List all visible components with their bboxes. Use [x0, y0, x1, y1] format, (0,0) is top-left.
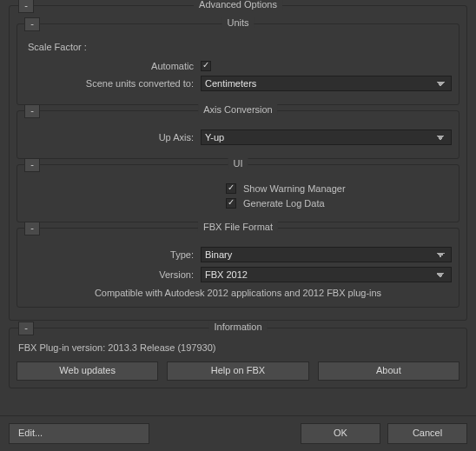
advanced-options-title: Advanced Options — [194, 0, 282, 10]
ui-title: UI — [228, 158, 248, 169]
fbx-title: FBX File Format — [198, 222, 278, 232]
automatic-checkbox[interactable] — [201, 61, 211, 71]
version-label: Version: — [24, 269, 201, 280]
scene-units-dropdown[interactable]: Centimeters — [201, 76, 452, 91]
fbx-collapse-btn[interactable]: - — [24, 222, 40, 235]
scene-units-label: Scene units converted to: — [24, 78, 201, 89]
information-title: Information — [208, 322, 267, 332]
ui-group: UI - Show Warning Manager Generate Log D… — [17, 164, 459, 222]
up-axis-dropdown[interactable]: Y-up — [201, 129, 452, 145]
units-collapse-btn[interactable]: - — [24, 17, 40, 31]
up-axis-label: Up Axis: — [24, 132, 201, 143]
bottom-bar: Edit... OK Cancel — [0, 415, 476, 451]
axis-conversion-group: Axis Conversion - Up Axis: Y-up — [17, 110, 459, 159]
type-dropdown[interactable]: Binary — [201, 247, 452, 262]
information-collapse-btn[interactable]: - — [18, 322, 34, 335]
generate-log-checkbox[interactable] — [226, 198, 236, 209]
web-updates-button[interactable]: Web updates — [17, 361, 158, 381]
fbx-format-group: FBX File Format - Type: Binary Version: … — [17, 228, 459, 308]
ui-collapse-btn[interactable]: - — [24, 158, 40, 172]
version-dropdown[interactable]: FBX 2012 — [201, 267, 452, 282]
cancel-button[interactable]: Cancel — [387, 423, 467, 444]
show-warning-checkbox[interactable] — [226, 183, 236, 194]
axis-title: Axis Conversion — [198, 104, 277, 115]
compat-note: Compatible with Autodesk 2012 applicatio… — [24, 288, 452, 298]
help-button[interactable]: Help on FBX — [167, 361, 308, 381]
generate-log-label: Generate Log Data — [243, 198, 325, 209]
information-group: Information - FBX Plug-in version: 2013.… — [9, 328, 467, 388]
units-group: Units - Scale Factor : Automatic Scene u… — [17, 23, 459, 105]
show-warning-label: Show Warning Manager — [243, 183, 346, 194]
units-title: Units — [221, 17, 254, 28]
ok-button[interactable]: OK — [301, 423, 380, 444]
automatic-label: Automatic — [24, 61, 201, 71]
axis-collapse-btn[interactable]: - — [24, 104, 40, 118]
edit-button[interactable]: Edit... — [9, 423, 149, 444]
plugin-version-text: FBX Plug-in version: 2013.3 Release (197… — [18, 342, 459, 353]
type-label: Type: — [24, 249, 201, 260]
advanced-options-group: Advanced Options - Units - Scale Factor … — [9, 5, 467, 321]
advanced-collapse-btn[interactable]: - — [18, 0, 34, 13]
scale-factor-label: Scale Factor : — [28, 42, 452, 52]
about-button[interactable]: About — [318, 361, 459, 381]
